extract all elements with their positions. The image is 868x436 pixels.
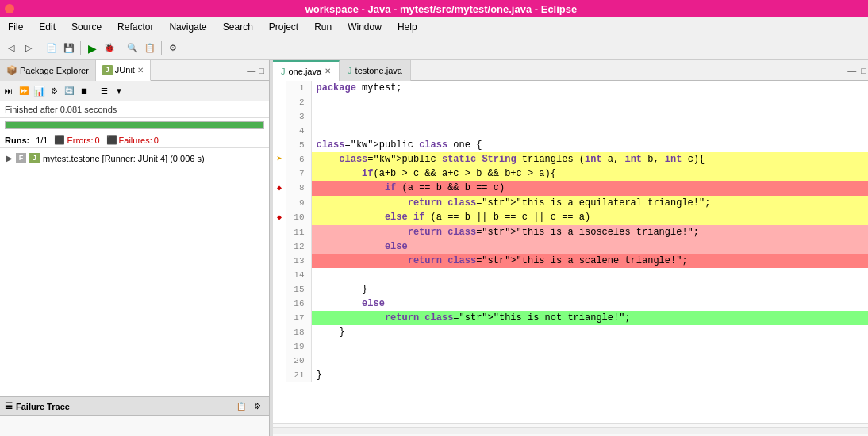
line-code-13[interactable]: return class="str">"this is a scalene tr… (311, 254, 868, 268)
junit-runs-bar: Runs: 1/1 ⬛ Errors: 0 ⬛ Failures: 0 (0, 132, 269, 148)
one-java-label: one.java (289, 67, 322, 76)
code-editor[interactable]: 1package mytest;2 3 4 5class="kw">public… (273, 81, 868, 423)
line-number-3: 3 (286, 109, 311, 124)
line-marker-15 (273, 282, 286, 296)
line-code-2[interactable] (311, 95, 868, 109)
toolbar-forward[interactable]: ▷ (21, 40, 36, 56)
line-code-19[interactable] (311, 339, 868, 354)
menu-help[interactable]: Help (393, 21, 422, 33)
junit-columns[interactable]: ☰ (97, 84, 111, 98)
junit-status: Finished after 0.081 seconds (0, 101, 269, 118)
toolbar-search[interactable]: 🔍 (125, 40, 140, 56)
line-code-3[interactable] (311, 109, 868, 124)
line-code-10[interactable]: else if (a == b || b == c || c == a) (311, 210, 868, 225)
toolbar-new[interactable]: 📄 (44, 40, 60, 56)
editor-tab-testone-java[interactable]: J testone.java (340, 60, 411, 81)
toolbar-back[interactable]: ◁ (3, 40, 19, 56)
junit-tab-close[interactable]: ✕ (137, 66, 144, 75)
line-marker-20 (273, 354, 286, 368)
line-marker-4 (273, 124, 286, 138)
failure-trace-filter[interactable]: ⚙ (250, 400, 264, 414)
failures-value: 0 (154, 136, 159, 145)
line-number-9: 9 (286, 196, 311, 210)
line-number-16: 16 (286, 296, 311, 311)
line-marker-18 (273, 325, 286, 339)
editor-tabs: J one.java ✕ J testone.java — □ (273, 60, 868, 81)
menu-file[interactable]: File (3, 21, 28, 33)
code-line-16: 16 else (273, 296, 868, 311)
line-code-20[interactable] (311, 354, 868, 368)
line-marker-21 (273, 368, 286, 382)
junit-filter[interactable]: ⚙ (47, 84, 61, 98)
line-marker-10: ◆ (273, 210, 286, 225)
line-marker-13 (273, 254, 286, 268)
line-code-18[interactable]: } (311, 325, 868, 339)
line-code-12[interactable]: else (311, 239, 868, 254)
line-number-1: 1 (286, 81, 311, 95)
junit-stop[interactable]: ⏹ (77, 84, 91, 98)
menu-edit[interactable]: Edit (34, 21, 60, 33)
line-code-21[interactable]: } (311, 368, 868, 382)
menu-search[interactable]: Search (218, 21, 258, 33)
line-code-17[interactable]: return class="str">"this is not triangle… (311, 311, 868, 325)
test-node-0[interactable]: ▶ F J mytest.testone [Runner: JUnit 4] (… (0, 151, 269, 165)
line-marker-8: ◆ (273, 181, 286, 196)
one-java-close[interactable]: ✕ (325, 67, 331, 75)
editor-minimize[interactable]: — (846, 66, 858, 75)
line-number-20: 20 (286, 354, 311, 368)
line-code-6[interactable]: class="kw">public static String triangle… (311, 152, 868, 166)
junit-run-failed[interactable]: ⏩ (17, 84, 31, 98)
line-code-9[interactable]: return class="str">"this is a equilatera… (311, 196, 868, 210)
failure-trace-title: ☰ Failure Trace (5, 401, 70, 411)
package-explorer-icon: 📦 (6, 65, 17, 75)
line-number-18: 18 (286, 325, 311, 339)
line-number-21: 21 (286, 368, 311, 382)
menu-refactor[interactable]: Refactor (113, 21, 158, 33)
errors-label: Errors: (67, 136, 93, 145)
line-number-10: 10 (286, 210, 311, 225)
line-code-14[interactable] (311, 268, 868, 282)
line-marker-5 (273, 138, 286, 152)
line-code-8[interactable]: if (a == b && b == c) (311, 181, 868, 196)
editor-tab-one-java[interactable]: J one.java ✕ (273, 60, 340, 81)
junit-run-next[interactable]: ⏭ (2, 84, 16, 98)
code-line-21: 21} (273, 368, 868, 382)
toolbar-console[interactable]: 📋 (142, 40, 158, 56)
toolbar-run[interactable]: ▶ (84, 40, 100, 56)
menu-project[interactable]: Project (264, 21, 303, 33)
line-number-15: 15 (286, 282, 311, 296)
menu-window[interactable]: Window (343, 21, 386, 33)
left-panel: 📦 Package Explorer J JUnit ✕ — □ ⏭ ⏩ 📊 ⚙… (0, 60, 270, 436)
line-code-15[interactable]: } (311, 282, 868, 296)
test-tree: ▶ F J mytest.testone [Runner: JUnit 4] (… (0, 148, 269, 396)
line-marker-16 (273, 296, 286, 311)
code-line-1: 1package mytest; (273, 81, 868, 95)
left-tabs: 📦 Package Explorer J JUnit ✕ — □ (0, 60, 269, 81)
left-panel-minimize[interactable]: — (245, 66, 257, 75)
line-code-7[interactable]: if(a+b > c && a+c > b && b+c > a){ (311, 166, 868, 181)
error-marker: ◆ (277, 213, 282, 222)
tab-package-explorer[interactable]: 📦 Package Explorer (0, 60, 96, 81)
junit-refresh[interactable]: 🔄 (62, 84, 76, 98)
line-code-5[interactable]: class="kw">public class one { (311, 138, 868, 152)
junit-menu[interactable]: ▼ (112, 84, 126, 98)
failure-trace-buttons: 📋 ⚙ (234, 400, 264, 414)
menu-source[interactable]: Source (67, 21, 106, 33)
line-code-16[interactable]: else (311, 296, 868, 311)
tab-junit[interactable]: J JUnit ✕ (96, 60, 151, 81)
toolbar-perspective[interactable]: ⚙ (165, 40, 181, 56)
line-code-4[interactable] (311, 124, 868, 138)
menu-run[interactable]: Run (309, 21, 336, 33)
editor-maximize[interactable]: □ (859, 66, 868, 75)
line-marker-2 (273, 95, 286, 109)
editor-scrollbar-bottom[interactable] (273, 423, 868, 436)
left-panel-maximize[interactable]: □ (257, 66, 266, 75)
toolbar-save[interactable]: 💾 (61, 40, 77, 56)
junit-history[interactable]: 📊 (32, 84, 46, 98)
line-code-1[interactable]: package mytest; (311, 81, 868, 95)
editor-panel-controls: — □ (846, 66, 868, 75)
toolbar-debug[interactable]: 🐞 (102, 40, 117, 56)
menu-navigate[interactable]: Navigate (164, 21, 211, 33)
line-code-11[interactable]: return class="str">"this is a isosceles … (311, 225, 868, 239)
failure-trace-copy[interactable]: 📋 (234, 400, 248, 414)
